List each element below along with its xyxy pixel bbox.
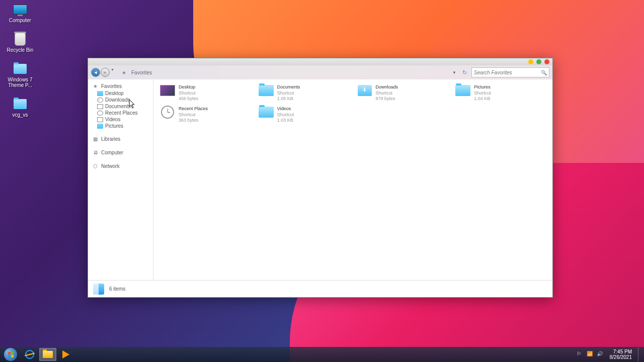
- sidebar-item-label: Recent Places: [105, 110, 137, 116]
- desktop-icon-label: Computer: [9, 18, 31, 23]
- sidebar-item-label: Desktop: [105, 90, 124, 96]
- show-desktop-button[interactable]: [638, 347, 642, 361]
- items-grid: Desktop Shortcut 456 bytes Documents Sho…: [158, 83, 547, 125]
- file-type: Shortcut: [179, 112, 208, 118]
- tray-volume-icon[interactable]: 🔊: [597, 351, 604, 358]
- monitor-icon: [13, 5, 27, 15]
- folder-icon: [259, 85, 274, 96]
- star-icon: ★: [122, 70, 126, 75]
- explorer-window: ◄ ► ▼ ★ Favorites ▼ ↻ 🔍 ★ Favorites Desk…: [88, 58, 553, 298]
- sidebar-computer-header[interactable]: 🖥 Computer: [88, 149, 153, 156]
- file-size: 879 bytes: [376, 96, 398, 102]
- file-size: 1.04 KB: [474, 96, 491, 102]
- search-box[interactable]: 🔍: [471, 67, 549, 77]
- folder-icon: [259, 107, 274, 118]
- sidebar-libraries-header[interactable]: ▦ Libraries: [88, 135, 153, 143]
- download-folder-icon: [358, 85, 372, 96]
- desktop-icon-computer[interactable]: Computer: [3, 3, 38, 23]
- start-button[interactable]: [2, 348, 19, 361]
- nav-history-dropdown[interactable]: ▼: [111, 68, 115, 77]
- sidebar-item-recent-places[interactable]: Recent Places: [88, 110, 153, 116]
- sidebar-label: Network: [101, 163, 120, 169]
- folder-icon: [97, 124, 103, 129]
- document-icon: [97, 104, 103, 109]
- sidebar-item-videos[interactable]: Videos: [88, 116, 153, 123]
- sidebar-item-label: Documents: [105, 104, 131, 109]
- sidebar-item-downloads[interactable]: Downloads: [88, 97, 153, 103]
- folder-icon: [97, 91, 103, 96]
- search-input[interactable]: [474, 70, 541, 75]
- file-name: Documents: [277, 84, 300, 90]
- explorer-sidebar: ★ Favorites Desktop Downloads Documents …: [88, 79, 153, 280]
- clock-date: 8/26/2021: [610, 354, 632, 360]
- media-player-icon: [62, 350, 69, 358]
- clock-icon: [161, 106, 174, 119]
- explorer-statusbar: 6 items: [88, 280, 552, 297]
- desktop-icon-vcg[interactable]: vcg_vs: [3, 97, 38, 118]
- folder-icon: [14, 99, 27, 109]
- taskbar: ⚐ 📶 🔊 7:45 PM 8/26/2021: [0, 347, 644, 362]
- desktop-icon-label: Recycle Bin: [7, 47, 34, 53]
- sidebar-item-pictures[interactable]: Pictures: [88, 123, 153, 129]
- taskbar-clock[interactable]: 7:45 PM 8/26/2021: [607, 349, 635, 360]
- file-name: Desktop: [179, 84, 198, 90]
- star-icon: ★: [93, 83, 99, 89]
- file-name: Pictures: [474, 84, 491, 90]
- folder-icon: [455, 85, 470, 96]
- sidebar-item-desktop[interactable]: Desktop: [88, 90, 153, 97]
- file-item-recent-places[interactable]: Recent Places Shortcut 363 bytes: [158, 105, 252, 125]
- sidebar-item-documents[interactable]: Documents: [88, 103, 153, 110]
- taskbar-ie-button[interactable]: [21, 348, 38, 361]
- computer-icon: 🖥: [93, 150, 99, 155]
- desktop-icons-container: Computer Recycle Bin Windows 7 Theme P..…: [3, 3, 38, 127]
- window-titlebar[interactable]: [88, 58, 552, 65]
- sidebar-label: Favorites: [101, 83, 122, 89]
- desktop-icon-recycle-bin[interactable]: Recycle Bin: [3, 32, 38, 53]
- taskbar-media-player-button[interactable]: [57, 348, 74, 361]
- address-bar[interactable]: ★ Favorites ▼: [119, 67, 458, 77]
- file-item-desktop[interactable]: Desktop Shortcut 456 bytes: [158, 83, 252, 103]
- file-type: Shortcut: [277, 90, 300, 97]
- file-type: Shortcut: [277, 112, 294, 118]
- file-type: Shortcut: [179, 90, 198, 97]
- file-type: Shortcut: [474, 90, 491, 97]
- download-icon: [97, 98, 103, 103]
- nav-forward-button[interactable]: ►: [101, 68, 110, 77]
- nav-back-button[interactable]: ◄: [91, 68, 100, 77]
- explorer-main-pane[interactable]: Desktop Shortcut 456 bytes Documents Sho…: [153, 79, 552, 280]
- sidebar-item-label: Pictures: [105, 123, 123, 129]
- file-item-downloads[interactable]: Downloads Shortcut 879 bytes: [356, 83, 449, 103]
- clock-icon: [97, 111, 103, 116]
- start-orb-icon: [4, 348, 17, 361]
- close-button[interactable]: [544, 59, 549, 64]
- sidebar-item-label: Downloads: [105, 97, 130, 103]
- address-dropdown-icon[interactable]: ▼: [452, 70, 456, 75]
- recycle-bin-icon: [15, 33, 26, 46]
- tray-flag-icon[interactable]: ⚐: [577, 351, 584, 358]
- tray-network-icon[interactable]: 📶: [587, 351, 594, 358]
- refresh-button[interactable]: ↻: [462, 69, 469, 76]
- taskbar-explorer-button[interactable]: [39, 348, 56, 361]
- folder-icon: [14, 64, 27, 74]
- network-icon: ⬡: [93, 163, 99, 169]
- libraries-icon: ▦: [93, 136, 99, 142]
- sidebar-network-header[interactable]: ⬡ Network: [88, 162, 153, 170]
- file-item-documents[interactable]: Documents Shortcut 1.05 KB: [257, 83, 351, 103]
- search-icon[interactable]: 🔍: [541, 70, 547, 75]
- minimize-button[interactable]: [528, 59, 533, 64]
- maximize-button[interactable]: [536, 59, 541, 64]
- sidebar-label: Libraries: [101, 136, 120, 142]
- explorer-content: ★ Favorites Desktop Downloads Documents …: [88, 79, 552, 280]
- sidebar-favorites-header[interactable]: ★ Favorites: [88, 82, 153, 90]
- file-size: 1.05 KB: [277, 96, 300, 102]
- address-text: Favorites: [131, 70, 152, 75]
- file-item-videos[interactable]: Videos Shortcut 1.03 KB: [257, 105, 351, 125]
- clock-time: 7:45 PM: [610, 349, 632, 355]
- file-item-pictures[interactable]: Pictures Shortcut 1.04 KB: [454, 83, 547, 103]
- desktop-icon-theme[interactable]: Windows 7 Theme P...: [3, 62, 38, 88]
- finder-icon: [93, 284, 104, 295]
- file-name: Videos: [277, 106, 294, 112]
- sidebar-label: Computer: [101, 150, 123, 155]
- explorer-toolbar: ◄ ► ▼ ★ Favorites ▼ ↻ 🔍: [88, 65, 552, 79]
- desktop-icon-label: Windows 7 Theme P...: [3, 77, 38, 88]
